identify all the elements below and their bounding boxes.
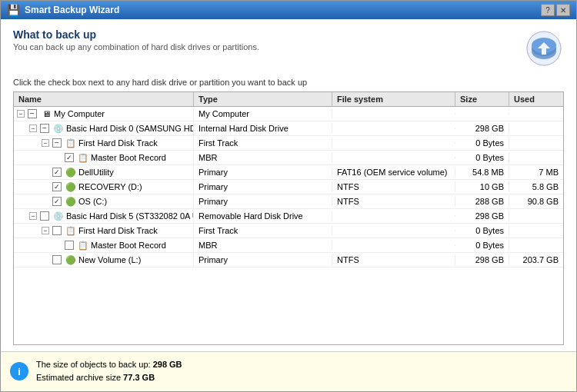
type-os: Primary [194, 196, 332, 207]
header-text: What to back up You can back up any comb… [13, 28, 259, 51]
used-os: 90.8 GB [509, 196, 563, 207]
type-hdd5-mbr: MBR [194, 240, 332, 251]
header-section: What to back up You can back up any comb… [13, 28, 564, 68]
col-used: Used [509, 92, 563, 106]
checkbox-dell[interactable] [52, 168, 62, 177]
new-volume-icon: 🟢 [65, 254, 77, 266]
size-hdd5-mbr: 0 Bytes [455, 240, 509, 251]
size-my-computer [455, 113, 509, 115]
fs-hdd0 [332, 128, 455, 129]
checkbox-hdd0[interactable] [40, 124, 49, 133]
size-hdd5-track: 0 Bytes [455, 225, 509, 236]
hdd5-icon: 💿 [52, 210, 65, 222]
fs-new-volume: NTFS [332, 254, 455, 265]
col-type: Type [194, 92, 332, 106]
name-cell-recovery: 🟢 RECOVERY (D:) [14, 180, 194, 194]
main-window: 💾 Smart Backup Wizard ? ✕ What to back u… [0, 0, 577, 392]
expand-my-computer[interactable]: − [17, 110, 25, 118]
type-new-volume: Primary [194, 254, 332, 265]
name-cell-hdd0-mbr: 📋 Master Boot Record [14, 151, 194, 164]
footer-archive-line: Estimated archive size 77.3 GB [36, 371, 182, 385]
help-button[interactable]: ? [541, 4, 555, 16]
item-label-dell: DellUtility [78, 168, 114, 177]
used-hdd0-track [509, 142, 563, 144]
fs-os: NTFS [332, 196, 455, 207]
footer-bar: i The size of objects to back up: 298 GB… [1, 351, 576, 391]
title-bar-left: 💾 Smart Backup Wizard [7, 4, 119, 16]
checkbox-recovery[interactable] [52, 182, 62, 191]
size-os: 288 GB [455, 196, 509, 207]
hdd0-track-icon: 📋 [65, 137, 77, 149]
expand-hdd0-track[interactable]: − [42, 139, 49, 147]
type-hdd0-track: First Track [194, 138, 332, 148]
checkbox-os[interactable] [52, 197, 62, 206]
checkbox-hdd5-mbr[interactable] [65, 241, 74, 250]
expand-hdd0[interactable]: − [29, 125, 37, 132]
footer-archive-label: Estimated archive size [36, 373, 123, 382]
close-button[interactable]: ✕ [556, 4, 570, 16]
fs-my-computer [332, 113, 455, 115]
expand-hdd5-track[interactable]: − [42, 227, 49, 234]
item-label-hdd0-track: First Hard Disk Track [78, 138, 158, 148]
name-cell-dell: 🟢 DellUtility [14, 165, 194, 179]
size-new-volume: 298 GB [455, 254, 509, 265]
dell-icon: 🟢 [65, 166, 77, 178]
table-row: 🟢 RECOVERY (D:) Primary NTFS 10 GB 5.8 G… [14, 180, 563, 194]
app-icon: 💾 [7, 4, 20, 16]
size-hdd0-track: 0 Bytes [455, 138, 509, 148]
fs-hdd5-track [332, 230, 455, 231]
footer-text: The size of objects to back up: 298 GB E… [36, 358, 182, 385]
type-hdd0: Internal Hard Disk Drive [194, 123, 332, 134]
expand-hdd5[interactable]: − [29, 212, 37, 220]
checkbox-new-volume[interactable] [52, 255, 62, 264]
table-row: 📋 Master Boot Record MBR 0 Bytes [14, 151, 563, 165]
size-hdd5: 298 GB [455, 211, 509, 221]
used-hdd5-mbr [509, 244, 563, 246]
col-size: Size [455, 92, 509, 106]
recovery-icon: 🟢 [65, 181, 77, 193]
type-dell: Primary [194, 167, 332, 178]
checkbox-my-computer[interactable] [28, 109, 37, 118]
name-cell-os: 🟢 OS (C:) [14, 194, 194, 208]
checkbox-hdd0-track[interactable] [52, 138, 62, 148]
table-row: − 💿 Basic Hard Disk 5 (ST332082 0A USB D… [14, 209, 563, 224]
item-label-my-computer: My Computer [54, 109, 105, 118]
checkbox-hdd5[interactable] [40, 211, 49, 221]
table-row: − 📋 First Hard Disk Track First Track 0 … [14, 224, 563, 238]
checkbox-hdd0-mbr[interactable] [65, 153, 74, 162]
item-label-hdd5-track: First Hard Disk Track [78, 226, 158, 235]
used-my-computer [509, 113, 563, 115]
table-row: 📋 Master Boot Record MBR 0 Bytes [14, 238, 563, 253]
col-filesystem: File system [332, 92, 455, 106]
table-row: 🟢 New Volume (L:) Primary NTFS 298 GB 20… [14, 253, 563, 267]
checkbox-hdd5-track[interactable] [52, 226, 62, 235]
hdd5-mbr-icon: 📋 [77, 239, 89, 251]
disk-tree-container[interactable]: Name Type File system Size Used − 🖥 My C… [13, 91, 564, 345]
instruction-text: Click the check box next to any hard dis… [13, 78, 564, 87]
item-label-recovery: RECOVERY (D:) [78, 182, 142, 191]
header-title: What to back up [13, 28, 259, 41]
os-icon: 🟢 [65, 195, 77, 208]
table-row: 🟢 DellUtility Primary FAT16 (OEM service… [14, 165, 563, 180]
used-new-volume: 203.7 GB [509, 254, 563, 265]
size-dell: 54.8 MB [455, 167, 509, 178]
name-cell-hdd0: − 💿 Basic Hard Disk 0 (SAMSUNG HD321KJ) [14, 121, 194, 135]
name-cell-my-computer: − 🖥 My Computer [14, 107, 194, 121]
footer-archive-value: 77.3 GB [123, 373, 155, 382]
name-cell-hdd5-mbr: 📋 Master Boot Record [14, 238, 194, 252]
header-subtitle: You can back up any combination of hard … [13, 42, 259, 51]
fs-dell: FAT16 (OEM service volume) [332, 167, 455, 178]
table-row: − 🖥 My Computer My Computer [14, 107, 563, 121]
hdd0-icon: 💿 [52, 122, 65, 135]
info-icon: i [10, 362, 28, 380]
size-hdd0: 298 GB [455, 123, 509, 134]
fs-recovery: NTFS [332, 181, 455, 192]
used-recovery: 5.8 GB [509, 181, 563, 192]
content-area: What to back up You can back up any comb… [1, 19, 576, 351]
item-label-hdd5: Basic Hard Disk 5 (ST332082 0A USB Devic… [66, 211, 194, 221]
used-dell: 7 MB [509, 167, 563, 178]
hdd5-track-icon: 📋 [65, 224, 77, 237]
title-bar: 💾 Smart Backup Wizard ? ✕ [1, 1, 576, 19]
used-hdd0-mbr [509, 157, 563, 158]
size-hdd0-mbr: 0 Bytes [455, 152, 509, 163]
